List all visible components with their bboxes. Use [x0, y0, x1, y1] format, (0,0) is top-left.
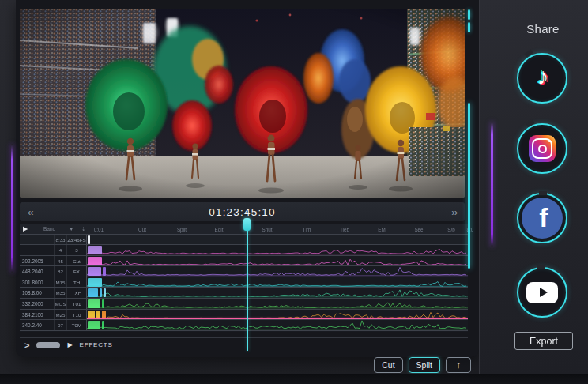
track-channel: 07	[55, 320, 67, 330]
track-channel: M35	[55, 288, 67, 298]
neon-accent-left	[11, 144, 13, 273]
track-lane[interactable]	[87, 277, 468, 288]
track-name: FX	[67, 266, 87, 277]
share-panel: Share ♪ f Export	[479, 0, 588, 374]
timeline-clip[interactable]	[88, 257, 102, 265]
effects-row: > ▶ EFFECTS	[20, 337, 468, 352]
header-time-a: 8:33	[55, 235, 67, 244]
youtube-icon	[526, 282, 558, 303]
chevron-down-icon[interactable]: ▼	[69, 226, 74, 232]
timeline-clip[interactable]	[102, 311, 106, 319]
timeline-clip[interactable]	[88, 321, 100, 329]
track-row[interactable]: 301.8000M15TH	[20, 277, 468, 288]
video-frame-art	[20, 9, 465, 198]
track-row[interactable]: 108.8:00M35TXH	[20, 288, 468, 299]
track-channel: 45	[55, 256, 67, 266]
play-button[interactable]: ▶	[23, 225, 28, 232]
ruler-tick-label: 0:01	[94, 227, 104, 232]
ring-gap	[526, 120, 534, 127]
track-name: T10	[67, 310, 87, 320]
automation-line[interactable]	[87, 287, 468, 288]
header-spacer	[20, 235, 55, 244]
effects-play-icon[interactable]: ▶	[67, 341, 72, 348]
effects-label: EFFECTS	[80, 341, 113, 348]
neon-accent-cyan	[468, 103, 470, 269]
timeline-clip[interactable]	[103, 267, 106, 276]
timeline-clip[interactable]	[88, 288, 98, 297]
timeline-clip[interactable]	[88, 311, 95, 319]
ring-gap	[539, 191, 547, 195]
split-button[interactable]: Split	[409, 357, 440, 373]
timeline-clip[interactable]	[88, 267, 101, 276]
band-label: Band	[43, 226, 55, 232]
track-lane[interactable]	[87, 256, 468, 266]
track-timecode	[20, 245, 55, 255]
ruler-tick-label: EM	[378, 227, 385, 232]
drop-marker-icon[interactable]: ⇣	[81, 226, 85, 232]
timecode-display: 01:23:45:10	[209, 206, 276, 218]
share-youtube-button[interactable]	[517, 267, 567, 318]
track-name: TXH	[67, 288, 87, 298]
timeline-clip[interactable]	[104, 288, 106, 297]
track-row[interactable]: 384.2100M25T10	[20, 310, 468, 321]
track-channel: M15	[55, 277, 67, 288]
track-timecode: 301.8000	[20, 277, 55, 288]
header-marker-clip[interactable]	[88, 235, 90, 244]
track-timecode: 202.2005	[20, 256, 55, 266]
ruler-tick-label: Tim	[303, 227, 311, 232]
rewind-button[interactable]: ‹‹	[28, 207, 33, 217]
track-channel: MOS	[55, 299, 67, 309]
scroll-up-button[interactable]: ↑	[446, 357, 471, 373]
ruler-tick-label: Cut	[138, 227, 146, 232]
track-timecode: 384.2100	[20, 310, 55, 320]
track-timecode: 448.2040	[20, 266, 55, 277]
cut-button[interactable]: Cut	[374, 357, 402, 373]
track-lane[interactable]	[87, 288, 468, 298]
action-bar: Cut Split ↑	[371, 357, 471, 373]
track-lane[interactable]	[87, 266, 468, 277]
share-title: Share	[480, 22, 588, 36]
track-row[interactable]: 43	[20, 245, 468, 256]
track-name: TH	[67, 277, 87, 288]
tiktok-icon: ♪	[537, 65, 549, 88]
track-timecode: 332.2000	[20, 299, 55, 309]
timeline-clip[interactable]	[102, 321, 104, 329]
track-row[interactable]: 202.200545Cut	[20, 256, 468, 267]
track-row[interactable]: 448.204082FX	[20, 266, 468, 277]
timeline-clip[interactable]	[102, 299, 104, 308]
track-lane[interactable]	[87, 299, 468, 309]
timeline-clip[interactable]	[88, 299, 100, 308]
playhead-handle[interactable]	[243, 218, 251, 231]
share-facebook-button[interactable]: f	[517, 193, 567, 243]
expand-chevron-icon[interactable]: >	[24, 341, 29, 350]
header-lane[interactable]	[87, 235, 468, 244]
header-time-b: 23:46FS	[67, 235, 87, 244]
effects-slider[interactable]	[36, 342, 60, 348]
ruler-tick-label: Edit	[215, 227, 224, 232]
share-tiktok-button[interactable]: ♪	[517, 53, 567, 104]
timeline-tracks: 8:33 23:46FS 43202.200545Cut448.204082FX…	[20, 235, 468, 332]
facebook-icon: f	[522, 198, 563, 239]
track-timecode: 340.2.40	[20, 320, 55, 330]
track-lane[interactable]	[87, 310, 468, 320]
ruler-tick-label: S/b	[447, 227, 454, 232]
track-row[interactable]: 340.2.4007T0M	[20, 320, 468, 331]
video-editor-app: ‹‹ 01:23:45:10 ›› ▶ Band ▼ ⇣ 0:01CutSpli…	[0, 0, 588, 384]
track-row[interactable]: 332.2000MOST01	[20, 299, 468, 310]
track-channel: 4	[55, 245, 67, 255]
neon-accent-dash-1	[468, 9, 470, 20]
track-lane[interactable]	[87, 320, 468, 330]
timeline-clip[interactable]	[100, 288, 102, 297]
forward-button[interactable]: ››	[451, 207, 457, 217]
bottom-shadow-band	[0, 374, 588, 384]
neon-accent-dash-2	[468, 22, 470, 32]
export-button[interactable]: Export	[514, 332, 573, 350]
timeline-clip[interactable]	[88, 246, 102, 254]
timeline-clip[interactable]	[96, 311, 100, 319]
share-instagram-button[interactable]	[517, 123, 567, 174]
timecode-bar: ‹‹ 01:23:45:10 ››	[20, 202, 465, 221]
track-lane[interactable]	[87, 245, 468, 255]
automation-line[interactable]	[87, 318, 468, 319]
track-channel: 82	[55, 266, 67, 277]
timeline-clip[interactable]	[88, 278, 102, 287]
